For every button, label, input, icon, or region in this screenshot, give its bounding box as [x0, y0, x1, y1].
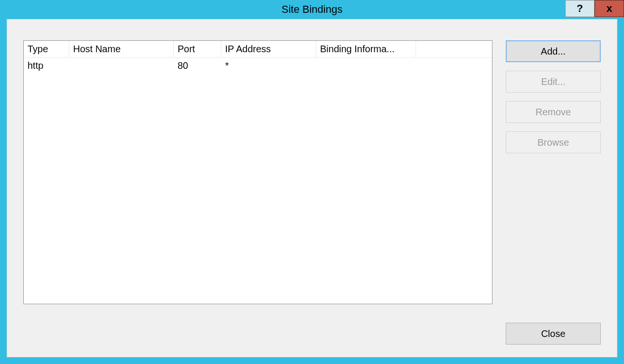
titlebar[interactable]: Site Bindings ? x: [0, 0, 624, 19]
cell-port: 80: [174, 59, 221, 72]
cell-spacer: [416, 65, 492, 66]
close-container: Close: [506, 323, 601, 345]
edit-button: Edit...: [506, 71, 601, 93]
browse-button: Browse: [506, 131, 601, 153]
dialog-body: Type Host Name Port IP Address Binding I…: [7, 19, 617, 357]
cell-host-name: [69, 65, 174, 66]
cell-ip-address: *: [221, 59, 316, 72]
header-binding-info[interactable]: Binding Informa...: [316, 41, 416, 57]
side-buttons: Add... Edit... Remove Browse: [506, 40, 601, 341]
header-host-name[interactable]: Host Name: [69, 41, 174, 57]
titlebar-buttons: ? x: [565, 0, 624, 17]
table-body: http 80 *: [24, 58, 492, 304]
remove-button: Remove: [506, 101, 601, 123]
add-button[interactable]: Add...: [506, 40, 601, 62]
header-ip-address[interactable]: IP Address: [221, 41, 316, 57]
site-bindings-dialog: Site Bindings ? x Type Host Name Port IP…: [0, 0, 624, 364]
header-type[interactable]: Type: [24, 41, 69, 57]
cell-binding-info: [316, 65, 416, 66]
table-header: Type Host Name Port IP Address Binding I…: [24, 41, 492, 58]
window-close-button[interactable]: x: [595, 0, 624, 17]
cell-type: http: [24, 59, 69, 72]
header-port[interactable]: Port: [174, 41, 221, 57]
bindings-table[interactable]: Type Host Name Port IP Address Binding I…: [23, 40, 492, 304]
content-area: Type Host Name Port IP Address Binding I…: [23, 40, 601, 341]
header-spacer: [416, 41, 492, 57]
help-button[interactable]: ?: [565, 0, 595, 17]
table-row[interactable]: http 80 *: [24, 58, 492, 73]
close-button[interactable]: Close: [506, 323, 601, 345]
window-title: Site Bindings: [282, 3, 342, 16]
